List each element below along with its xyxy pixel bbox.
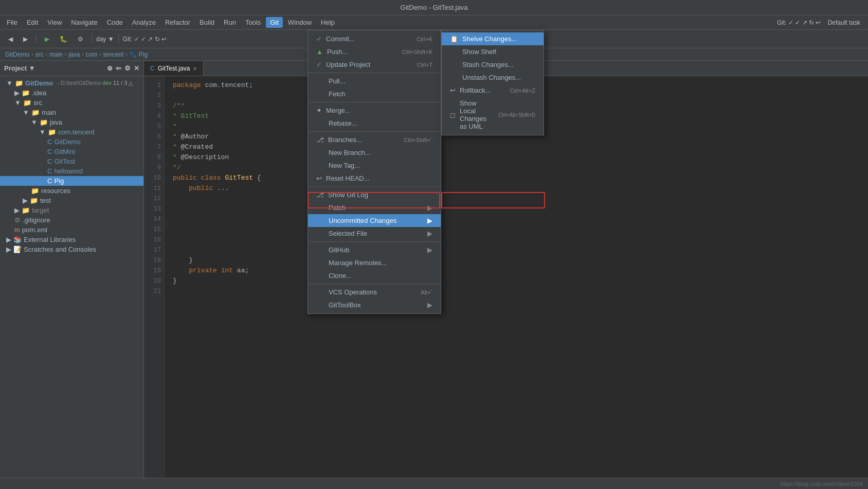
tree-expand-icon: ▶ [23,197,28,204]
folder-icon: 📁 [15,79,23,87]
code-content: package com.tencent; /** * GitTest * * @… [165,76,868,489]
tree-item-gitdemo-file[interactable]: C GitDemo [0,137,143,147]
git-separator-4 [308,186,441,187]
tab-gittest[interactable]: C GitTest.java ✕ [144,61,204,76]
git-menu-item-label: GitToolBox [329,301,361,309]
branch-selector[interactable]: day ▼ [96,36,114,43]
git-menu-commit[interactable]: ✓ Commit... Ctrl+K [308,32,441,45]
tree-expand-icon: ▼ [31,118,38,126]
git-menu-gittoolbox[interactable]: GitToolBox ▶ [308,299,441,311]
git-menu-new-branch[interactable]: New Branch... [308,146,441,159]
git-menu-fetch[interactable]: Fetch [308,88,441,100]
git-menu-merge[interactable]: ✦ Merge... [308,104,441,117]
git-menu-pull[interactable]: Pull... [308,75,441,88]
status-bar: https://blog.csdn.net/eclipse1024 [0,478,868,489]
git-menu-reset-head[interactable]: ↩ Reset HEAD... [308,172,441,185]
breadcrumb-com[interactable]: com [86,51,98,58]
toolbar-btn-2[interactable]: ▶ [19,34,32,44]
tree-item-external-libs[interactable]: ▶ 📚 External Libraries [0,235,143,244]
tree-item-gitmini[interactable]: C GitMini [0,147,143,156]
toolbar-btn-1[interactable]: ◀ [4,34,17,44]
java-file-icon: C [47,158,52,165]
git-menu-clone[interactable]: Clone... [308,269,441,282]
menu-item-run[interactable]: Run [220,17,240,28]
push-icon: ▲ [316,48,323,56]
breadcrumb-main[interactable]: main [49,51,63,58]
tree-item-helloword[interactable]: C helloword [0,166,143,176]
breadcrumb-java[interactable]: java [68,51,80,58]
menu-item-window[interactable]: Window [284,17,316,28]
breadcrumb-src[interactable]: src [35,51,44,58]
tab-close-icon[interactable]: ✕ [193,66,197,72]
tree-item-label: GitTest [54,158,75,165]
tree-item-target[interactable]: ▶ 📁 target [0,205,143,215]
git-menu-new-tag[interactable]: New Tag... [308,159,441,172]
git-menu-manage-remotes[interactable]: Manage Remotes... [308,256,441,269]
tree-item-gitdemo-root[interactable]: ▼ 📁 GitDemo - D:\test\GitDemo dev 11 / 3… [0,78,143,88]
tree-item-badge: - D:\test\GitDemo dev 11 / 3 △ [57,80,133,86]
git-menu-branches[interactable]: ⎇ Branches... Ctrl+Shift+` [308,133,441,146]
sidebar-icon-close[interactable]: ✕ [134,64,139,72]
tree-item-idea[interactable]: ▶ 📁 .idea [0,88,143,98]
tree-item-main[interactable]: ▼ 📁 main [0,108,143,117]
git-menu-push[interactable]: ▲ Push... Ctrl+Shift+K [308,45,441,58]
title-bar: GitDemo - GitTest.java [0,0,868,15]
menu-item-view[interactable]: View [43,17,66,28]
git-menu-uncommitted[interactable]: Uncommitted Changes ▶ [308,214,441,227]
sidebar-icon-locate[interactable]: ⊕ [107,64,113,72]
tree-item-resources[interactable]: 📁 resources [0,186,143,196]
sidebar-icon-collapse[interactable]: ⇐ [116,64,121,72]
line-numbers: 12345 678910 1112131415 1617181920 21 [144,76,165,489]
menu-item-code[interactable]: Code [103,17,127,28]
tab-icon: C [150,65,155,72]
run-btn[interactable]: ▶ [41,34,53,44]
stash-label: Stash Changes... [462,61,514,68]
menu-item-edit[interactable]: Edit [23,17,42,28]
git-menu-update[interactable]: ✓ Update Project Ctrl+T [308,58,441,71]
rollback-item[interactable]: ↩ Rollback... Ctrl+Alt+Z [442,84,544,97]
show-shelf-item[interactable]: Show Shelf [442,45,544,58]
tree-item-test[interactable]: ▶ 📁 test [0,196,143,205]
tree-item-java[interactable]: ▼ 📁 java [0,117,143,127]
tree-item-label: External Libraries [24,236,76,243]
menu-item-git[interactable]: Git [266,17,283,28]
profile-btn[interactable]: ⚙ [74,34,87,44]
git-menu-patch[interactable]: Patch ▶ [308,201,441,214]
uml-label: Show Local Changes as UML [460,99,494,130]
scratches-icon: 📝 [13,246,22,253]
shelve-changes-item[interactable]: 📋 Shelve Changes... [442,32,544,45]
git-menu-vcs-ops[interactable]: VCS Operations Alt+` [308,286,441,299]
debug-btn[interactable]: 🐛 [56,34,71,44]
tree-item-pom[interactable]: m pom.xml [0,225,143,235]
menu-item-build[interactable]: Build [195,17,219,28]
breadcrumb-pig[interactable]: 🐾 Pig [129,51,148,58]
github-arrow-icon: ▶ [427,246,432,254]
menu-item-analyze[interactable]: Analyze [128,17,160,28]
menu-item-help[interactable]: Help [317,17,339,28]
tree-item-src[interactable]: ▼ 📁 src [0,98,143,108]
sidebar-icon-settings[interactable]: ⚙ [124,64,131,72]
uml-icon: ◻ [450,111,456,119]
git-menu-github[interactable]: GitHub ▶ [308,243,441,256]
menu-item-file[interactable]: File [3,17,22,28]
git-menu-selected-file[interactable]: Selected File ▶ [308,227,441,240]
breadcrumb-tencent[interactable]: tencent [103,51,123,58]
stash-changes-item[interactable]: Stash Changes... [442,58,544,71]
tree-item-gittest[interactable]: C GitTest [0,156,143,166]
menu-item-navigate[interactable]: Navigate [67,17,101,28]
sidebar: Project ▼ ⊕ ⇐ ⚙ ✕ ▼ 📁 GitDemo - D:\test\… [0,61,144,489]
tree-item-scratches[interactable]: ▶ 📝 Scratches and Consoles [0,244,143,254]
menu-item-tools[interactable]: Tools [241,17,265,28]
menu-item-refactor[interactable]: Refactor [161,17,194,28]
tree-item-gitignore[interactable]: ⚙ .gitignore [0,215,143,225]
unstash-changes-item[interactable]: Unstash Changes... [442,71,544,84]
tree-item-pig[interactable]: C Pig [0,176,143,186]
tree-item-com-tencent[interactable]: ▼ 📁 com.tencent [0,127,143,137]
show-local-uml-item[interactable]: ◻ Show Local Changes as UML Ctrl+Alt+Shi… [442,97,544,133]
git-menu-rebase[interactable]: Rebase... [308,117,441,130]
breadcrumb-gitdemo[interactable]: GitDemo [5,51,29,58]
commit-icon: ✓ [316,35,322,43]
tree-item-label: target [32,206,49,214]
git-menu-show-git-log[interactable]: ⎇ Show Git Log [308,188,441,201]
uml-shortcut: Ctrl+Alt+Shift+D [498,112,535,118]
